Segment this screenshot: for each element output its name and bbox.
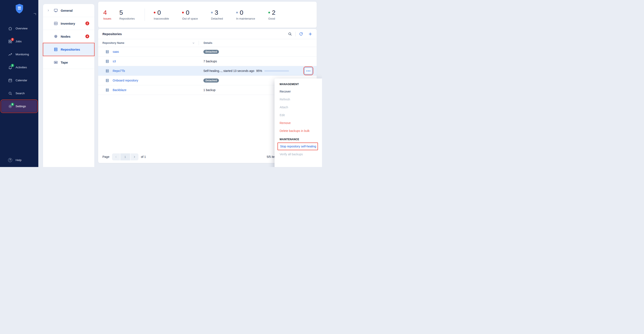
settings-nav-inventory[interactable]: Inventory 2 <box>43 17 94 30</box>
repository-icon <box>106 50 109 54</box>
sidebar-nav: Overview 2 Jobs Monitoring 1 Activities <box>0 22 38 113</box>
menu-item-recover[interactable]: Recover <box>274 87 322 95</box>
table-row-saas[interactable]: saas Detached <box>98 47 317 57</box>
sidebar-item-label: Activities <box>16 66 27 69</box>
app-logo-shield-icon <box>14 3 24 14</box>
sidebar-help: ? Help <box>0 154 38 167</box>
repository-name-link[interactable]: Backblaze <box>113 88 126 92</box>
stat-label: In maintenance <box>236 17 255 20</box>
inventory-icon <box>54 21 58 25</box>
table-row-repo7tb[interactable]: Repo7Tb Self-healing..., started 13 seco… <box>98 66 317 76</box>
page-number-input[interactable]: 1 <box>120 153 130 160</box>
sidebar-item-search[interactable]: Search <box>0 87 38 100</box>
repository-icon <box>106 78 109 82</box>
panel-header: Repositories <box>98 29 317 39</box>
settings-nav-panel: General Inventory 2 Nodes 4 Repositories… <box>43 4 94 167</box>
menu-item-stop-repository-self-healing[interactable]: Stop repository self-healing <box>278 143 318 150</box>
sidebar-item-settings[interactable]: 6 Settings <box>2 100 37 112</box>
sidebar-collapse-icon[interactable] <box>34 13 36 15</box>
sidebar-item-activities[interactable]: 1 Activities <box>0 61 38 74</box>
sidebar-item-label: Help <box>16 158 22 162</box>
jobs-icon: 2 <box>8 39 12 44</box>
display-icon <box>54 8 58 12</box>
status-badge-detached: Detached <box>204 78 219 82</box>
row-actions-ellipsis-button[interactable] <box>304 67 312 74</box>
divider <box>144 8 145 21</box>
progress-percent: 95% <box>256 69 262 72</box>
next-page-button[interactable] <box>130 153 138 160</box>
page-of-label: of 1 <box>141 155 146 158</box>
settings-nav-general[interactable]: General <box>43 4 94 17</box>
settings-nav-nodes[interactable]: Nodes 4 <box>43 30 94 43</box>
stat-repositories: 5 Repositories <box>120 9 135 20</box>
column-label: Repository Name <box>102 41 124 44</box>
stat-label: Repositories <box>120 17 135 20</box>
menu-section-header-maintenance: MAINTENANCE <box>274 136 322 143</box>
repositories-icon <box>54 47 58 51</box>
stat-inaccessible: 0 Inaccessible <box>154 9 169 20</box>
stat-in-maintenance: 0 In maintenance <box>236 9 255 20</box>
help-icon: ? <box>8 158 12 162</box>
details-text: 7 backups <box>204 59 217 63</box>
inventory-badge: 2 <box>86 21 89 25</box>
stat-value: 4 <box>103 9 112 16</box>
refresh-icon[interactable] <box>299 32 303 36</box>
stat-value: 3 <box>215 9 218 16</box>
stat-label: Good <box>268 17 276 20</box>
sort-chevron-down-icon[interactable] <box>192 42 195 44</box>
stat-good: 2 Good <box>268 9 276 20</box>
settings-nav-tape[interactable]: Tape <box>43 56 94 69</box>
sidebar-item-help[interactable]: ? Help <box>0 154 38 167</box>
activities-icon: 1 <box>8 65 12 69</box>
repository-context-menu: MANAGEMENT Recover Refresh Attach Edit R… <box>274 78 322 167</box>
menu-item-refresh: Refresh <box>274 95 322 103</box>
settings-nav-label: General <box>61 9 72 12</box>
add-icon[interactable] <box>308 32 312 36</box>
column-label: Details <box>204 41 212 44</box>
stat-label: Inaccessible <box>154 17 169 20</box>
menu-section-header-management: MANAGEMENT <box>274 81 322 87</box>
tape-icon <box>54 60 58 64</box>
repository-name-link[interactable]: s3 <box>113 59 116 63</box>
previous-page-button[interactable] <box>112 153 120 160</box>
search-icon[interactable] <box>288 32 292 36</box>
stat-detached: 3 Detached <box>211 9 223 20</box>
settings-nav-label: Repositories <box>61 48 80 51</box>
sidebar: Overview 2 Jobs Monitoring 1 Activities <box>0 0 38 167</box>
sidebar-item-label: Monitoring <box>16 53 29 56</box>
sidebar-item-overview[interactable]: Overview <box>0 22 38 35</box>
details-text: 1 backup <box>204 88 216 92</box>
sidebar-item-jobs[interactable]: 2 Jobs <box>0 35 38 48</box>
stat-label: Out of space <box>182 17 198 20</box>
chevron-right-icon[interactable] <box>47 9 50 12</box>
stat-out-of-space: 0 Out of space <box>182 9 198 20</box>
stat-issues: 4 Issues <box>103 9 112 20</box>
column-details[interactable]: Details <box>199 39 317 47</box>
panel-title: Repositories <box>102 32 122 36</box>
menu-item-edit: Edit <box>274 111 322 119</box>
repository-name-link[interactable]: Repo7Tb <box>113 69 125 72</box>
stat-value: 0 <box>158 9 161 16</box>
repository-name-link[interactable]: Onboard repository <box>113 79 138 82</box>
pager: 1 <box>112 153 138 160</box>
settings-nav-label: Tape <box>61 61 68 64</box>
calendar-icon <box>8 78 12 82</box>
sidebar-item-label: Settings <box>16 105 26 108</box>
stat-label: Detached <box>211 17 223 20</box>
table-row-s3[interactable]: s3 7 backups <box>98 57 317 66</box>
menu-item-remove[interactable]: Remove <box>274 119 322 127</box>
sidebar-item-monitoring[interactable]: Monitoring <box>0 48 38 61</box>
menu-item-delete-backups-in-bulk[interactable]: Delete backups in bulk <box>274 127 322 135</box>
progress-bar <box>264 70 289 72</box>
table-column-headers: Repository Name Details <box>98 39 317 47</box>
activities-badge: 1 <box>11 64 14 67</box>
settings-nav-repositories[interactable]: Repositories <box>43 43 94 56</box>
jobs-badge: 2 <box>11 38 14 41</box>
status-dot-red <box>154 12 156 13</box>
status-dot-red <box>182 12 184 13</box>
repository-name-link[interactable]: saas <box>113 50 119 53</box>
stat-value: 0 <box>186 9 189 16</box>
column-repository-name[interactable]: Repository Name <box>98 39 199 47</box>
sidebar-item-label: Jobs <box>16 40 22 43</box>
sidebar-item-calendar[interactable]: Calendar <box>0 74 38 87</box>
